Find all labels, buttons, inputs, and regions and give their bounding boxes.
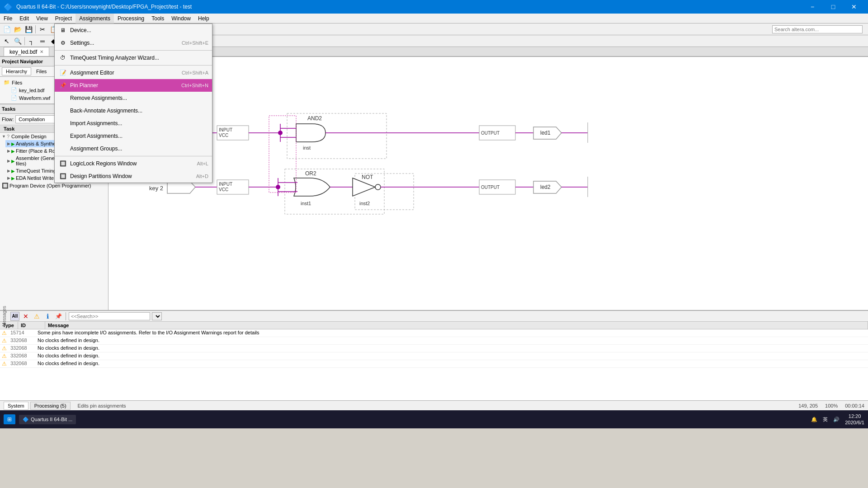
assignment-editor-label: Assignment Editor — [70, 70, 114, 76]
task-play-eda: ▶ — [11, 176, 15, 181]
msg-row-2[interactable]: ⚠ 332068 No clocks defined in design. — [0, 345, 868, 352]
warn-icon-1: ⚠ — [0, 337, 9, 344]
tab-key-led-bdf[interactable]: key_led.bdf ✕ — [4, 47, 49, 56]
svg-text:VCC: VCC — [219, 187, 228, 192]
svg-point-42 — [375, 184, 381, 190]
status-tab-processing[interactable]: Processing (5) — [30, 402, 71, 410]
svg-text:OR2: OR2 — [305, 170, 316, 177]
schematic-svg: key 1 INPUT VCC AND2 — [108, 57, 868, 310]
menu-help[interactable]: Help — [194, 14, 213, 23]
logiclock-label: LogicLock Regions Window — [70, 160, 137, 167]
menu-device[interactable]: 🖥 Device... — [55, 24, 212, 37]
menu-assignments[interactable]: Assignments — [75, 14, 114, 23]
tray-icon-volume[interactable]: 🔊 — [833, 417, 840, 422]
svg-text:led2: led2 — [540, 184, 551, 190]
timequest-wizard-label: TimeQuest Timing Analyzer Wizard... — [70, 55, 159, 61]
close-button[interactable]: ✕ — [844, 0, 864, 14]
cut-button[interactable]: ✂ — [38, 24, 47, 34]
menu-logiclock[interactable]: 🔲 LogicLock Regions Window Alt+L — [55, 157, 212, 170]
device-label: Device... — [70, 27, 91, 33]
menu-design-partitions[interactable]: 🔲 Design Partitions Window Alt+D — [55, 170, 212, 183]
menu-remove-assignments[interactable]: Remove Assignments... — [55, 92, 212, 104]
open-button[interactable]: 📂 — [13, 24, 23, 34]
menu-pin-planner[interactable]: 📌 Pin Planner Ctrl+Shift+N — [55, 79, 212, 92]
bus-tool[interactable]: ═ — [38, 36, 47, 46]
msg-warn-btn[interactable]: ⚠ — [32, 312, 41, 321]
search-input[interactable] — [772, 25, 863, 33]
menu-processing[interactable]: Processing — [114, 14, 148, 23]
svg-text:INPUT: INPUT — [219, 182, 232, 187]
canvas-area[interactable]: key 1 INPUT VCC AND2 — [108, 57, 868, 310]
back-annotate-label: Back-Annotate Assignments... — [70, 108, 142, 114]
task-play-timequest: ▶ — [11, 169, 15, 174]
msg-row-3[interactable]: ⚠ 332068 No clocks defined in design. — [0, 352, 868, 360]
menu-file[interactable]: File — [0, 14, 16, 23]
svg-text:OUTPUT: OUTPUT — [481, 185, 500, 190]
messages-vert-label: Messages — [2, 306, 7, 327]
save-button[interactable]: 💾 — [24, 24, 33, 34]
msg-filter-dropdown[interactable] — [152, 312, 162, 320]
status-tab-system[interactable]: System — [4, 402, 28, 410]
svg-text:AND2: AND2 — [307, 115, 322, 122]
tab-close-icon[interactable]: ✕ — [40, 49, 43, 54]
task-arrow-timequest: ▶ — [7, 169, 10, 173]
assignment-editor-shortcut: Ctrl+Shift+A — [182, 70, 208, 75]
status-right: 149, 205 100% 00:00:14 — [798, 403, 864, 408]
msg-row-4[interactable]: ⚠ 332068 No clocks defined in design. — [0, 360, 868, 368]
select-tool[interactable]: ↖ — [2, 36, 12, 46]
import-assignments-label: Import Assignments... — [70, 120, 122, 127]
menu-back-annotate[interactable]: Back-Annotate Assignments... — [55, 104, 212, 117]
msg-error-btn[interactable]: ✕ — [21, 312, 30, 321]
menu-import-assignments[interactable]: Import Assignments... — [55, 117, 212, 130]
task-arrow-compile: ▼ — [2, 134, 6, 139]
menu-settings[interactable]: ⚙ Settings... Ctrl+Shift+E — [55, 37, 212, 49]
menu-edit[interactable]: Edit — [16, 14, 33, 23]
menu-assignment-editor[interactable]: 📝 Assignment Editor Ctrl+Shift+A — [55, 66, 212, 79]
export-assignments-label: Export Assignments... — [70, 133, 123, 139]
menu-timequest-wizard[interactable]: ⏱ TimeQuest Timing Analyzer Wizard... — [55, 52, 212, 64]
menu-export-assignments[interactable]: Export Assignments... — [55, 130, 212, 142]
new-button[interactable]: 📄 — [2, 24, 12, 34]
msg-search-input[interactable] — [69, 312, 150, 320]
clock-date: 2020/6/1 — [845, 419, 864, 426]
menu-tools[interactable]: Tools — [148, 14, 168, 23]
msg-id-3: 332068 — [9, 352, 36, 359]
assignment-groups-icon — [58, 144, 67, 153]
msg-all-btn[interactable]: All — [10, 312, 19, 321]
status-zoom: 100% — [825, 403, 838, 408]
tab-files[interactable]: Files — [32, 67, 51, 75]
messages-table-header: Type ID Message — [0, 322, 868, 329]
msg-row-1[interactable]: ⚠ 332068 No clocks defined in design. — [0, 337, 868, 345]
menu-window[interactable]: Window — [168, 14, 194, 23]
svg-text:NOT: NOT — [362, 174, 373, 180]
msg-info-btn[interactable]: ℹ — [43, 312, 52, 321]
taskbar-app-item[interactable]: 🔷 Quartus II 64-Bit ... — [19, 415, 76, 424]
assignments-dropdown: 🖥 Device... ⚙ Settings... Ctrl+Shift+E ⏱… — [54, 23, 212, 183]
msg-id-0: 15714 — [9, 329, 36, 336]
svg-text:inst2: inst2 — [359, 201, 370, 206]
windows-icon: ⊞ — [7, 416, 12, 422]
msg-text-0: Some pins have incomplete I/O assignment… — [36, 329, 868, 336]
tray-icon-lang[interactable]: 英 — [823, 416, 828, 423]
menu-assignment-groups[interactable]: Assignment Groups... — [55, 142, 212, 155]
menu-view[interactable]: View — [33, 14, 52, 23]
warn-icon-4: ⚠ — [0, 360, 9, 367]
svg-text:VCC: VCC — [219, 133, 228, 138]
tray-icon-1: 🔔 — [811, 417, 817, 422]
status-coords: 149, 205 — [798, 403, 818, 408]
zoom-tool[interactable]: 🔍 — [13, 36, 23, 46]
msg-row-0[interactable]: ⚠ 15714 Some pins have incomplete I/O as… — [0, 329, 868, 337]
msg-filter-btn[interactable]: 📌 — [54, 312, 63, 321]
tab-hierarchy[interactable]: Hierarchy — [2, 67, 31, 75]
wire-tool[interactable]: ┐ — [27, 36, 37, 46]
messages-toolbar: Messages All ✕ ⚠ ℹ 📌 — [0, 311, 868, 322]
maximize-button[interactable]: □ — [823, 0, 844, 14]
status-bar: System Processing (5) Edits pin assignme… — [0, 400, 868, 410]
logiclock-shortcut: Alt+L — [197, 161, 208, 166]
pin-planner-shortcut: Ctrl+Shift+N — [181, 83, 208, 88]
menu-project[interactable]: Project — [52, 14, 75, 23]
settings-label: Settings... — [70, 40, 94, 46]
start-button[interactable]: ⊞ — [4, 414, 15, 424]
minimize-button[interactable]: − — [802, 0, 823, 14]
msg-text-2: No clocks defined in design. — [36, 345, 868, 351]
